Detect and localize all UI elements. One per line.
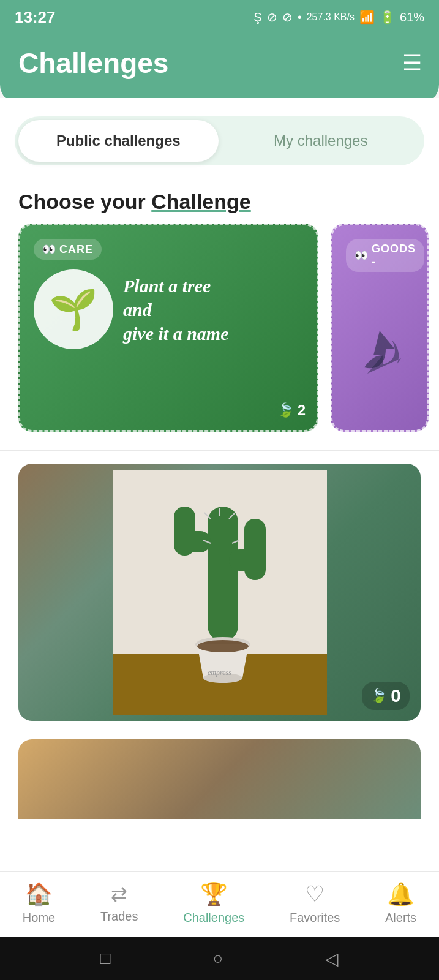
challenge-cards-scroll[interactable]: 👀 CARE 🌱 Plant a treeandgive it a name 🍃… [0,224,439,432]
android-back-icon[interactable]: ◁ [325,949,339,969]
android-nav-bar: □ ○ ◁ [0,937,439,980]
svg-text:empress: empress [208,668,231,677]
nav-label-alerts: Alerts [385,911,416,925]
purple-card-content [346,282,413,429]
section-heading: Choose your Challenge [0,172,439,224]
recycle-arrow-icon [349,318,410,392]
status-icons: Ş ⊘ ⊘ • 257.3 KB/s 📶 🔋 61% [253,10,424,24]
card-points-care: 🍃 2 [277,402,306,419]
badge-label-care: CARE [59,243,93,256]
vpn-icon: ⊘ [282,10,293,24]
heading-text-1: Choose your [18,190,151,213]
cactus-image: empress [18,464,421,721]
battery-icon: 🔋 [380,10,395,24]
points-value-post1: 0 [391,685,401,706]
wifi-icon: 📶 [359,10,375,24]
signal-icon: Ş [253,10,261,24]
heading-text-2: Challenge [151,190,250,213]
dot-icon: • [298,10,302,24]
svg-rect-4 [174,507,195,556]
nav-item-alerts[interactable]: 🔔 Alerts [385,881,416,925]
battery-level: 61% [400,10,424,24]
network-speed: 257.3 KB/s [307,12,355,23]
leaf-icon-care: 🍃 [277,402,294,418]
badge-label-goods: GOODS - [372,243,416,268]
plant-illustration: 🌱 [34,270,113,349]
cactus-svg: empress [113,470,327,715]
leaf-icon-post1: 🍃 [370,688,387,704]
tab-my-challenges[interactable]: My challenges [221,120,421,162]
bottom-nav: 🏠 Home ⇄ Trades 🏆 Challenges ♡ Favorites… [0,871,439,937]
post-card-partial[interactable] [18,739,421,819]
card-text-care: Plant a treeandgive it a name [123,274,228,345]
eyes-icon-goods: 👀 [355,249,368,262]
post-points-cactus: 🍃 0 [362,682,410,710]
trades-icon: ⇄ [111,883,127,906]
tab-switcher: Public challenges My challenges [15,116,424,165]
nav-label-home: Home [23,911,55,925]
home-icon: 🏠 [25,881,53,907]
tab-container: Public challenges My challenges [0,98,439,172]
nav-label-favorites: Favorites [290,911,340,925]
nav-item-challenges[interactable]: 🏆 Challenges [183,881,244,925]
android-circle-icon[interactable]: ○ [212,949,223,968]
status-time: 13:27 [15,8,56,27]
points-value-care: 2 [298,402,306,419]
section-divider [0,450,439,451]
main-content: Public challenges My challenges Choose y… [0,98,439,917]
nav-label-challenges: Challenges [183,911,244,925]
filter-icon[interactable]: ☰ [402,50,421,76]
svg-rect-2 [208,507,238,641]
post-card-cactus[interactable]: empress 🍃 0 [18,464,421,721]
challenge-card-goods[interactable]: 👀 GOODS - [331,224,429,432]
card-badge-care: 👀 CARE [34,239,102,260]
tab-public-challenges[interactable]: Public challenges [18,120,219,162]
card-badge-goods: 👀 GOODS - [346,239,424,272]
status-bar: 13:27 Ş ⊘ ⊘ • 257.3 KB/s 📶 🔋 61% [0,0,439,34]
android-square-icon[interactable]: □ [100,949,111,968]
page-title: Challenges [18,47,168,80]
favorites-icon: ♡ [305,881,325,907]
challenges-icon: 🏆 [200,881,228,907]
nav-item-home[interactable]: 🏠 Home [23,881,55,925]
nav-label-trades: Trades [100,910,138,924]
alerts-icon: 🔔 [387,881,415,907]
nav-item-trades[interactable]: ⇄ Trades [100,883,138,924]
challenge-card-care[interactable]: 👀 CARE 🌱 Plant a treeandgive it a name 🍃… [18,224,318,432]
nav-item-favorites[interactable]: ♡ Favorites [290,881,340,925]
svg-rect-6 [244,519,266,580]
header: Challenges ☰ [0,34,439,104]
plant-emoji: 🌱 [49,287,98,333]
eyes-icon-care: 👀 [42,243,56,256]
data-icon: ⊘ [267,10,277,24]
svg-point-15 [197,640,249,652]
card-content-care: 🌱 Plant a treeandgive it a name [34,270,303,349]
